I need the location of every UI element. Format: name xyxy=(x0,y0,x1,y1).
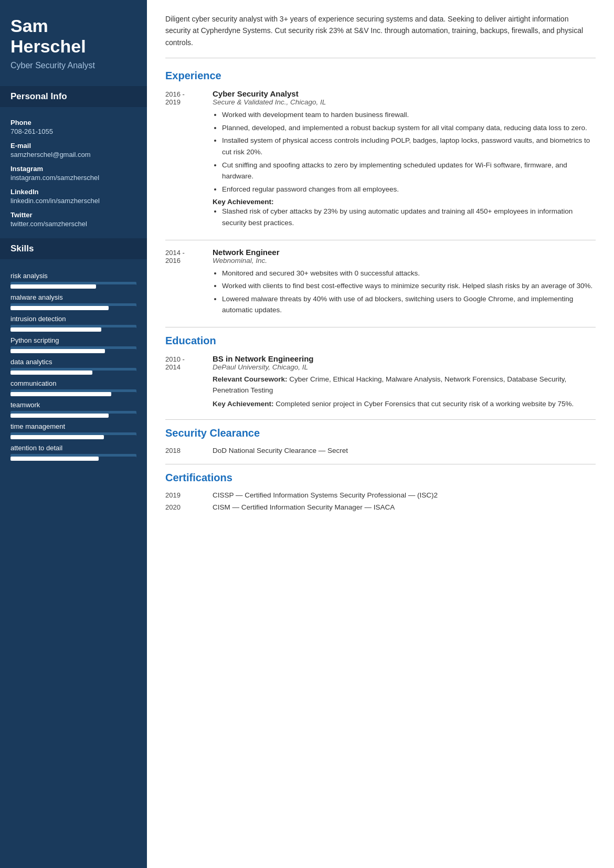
exp-details-1: Cyber Security Analyst Secure & Validate… xyxy=(207,89,596,230)
skill-item: data analytics xyxy=(10,358,136,372)
edu-details-1: BS in Network Engineering DePaul Univers… xyxy=(207,354,596,410)
key-achievement-bullets-1: Slashed risk of cyber attacks by 23% by … xyxy=(213,206,596,228)
skill-item: teamwork xyxy=(10,401,136,415)
skill-bar-bg xyxy=(10,346,136,351)
exp-divider xyxy=(165,240,596,240)
twitter-label: Twitter xyxy=(10,211,136,219)
instagram-label: Instagram xyxy=(10,165,136,173)
skill-bar-fill xyxy=(10,284,96,289)
skill-name: malware analysis xyxy=(10,293,136,301)
cert-item-1: 2019 CISSP — Certified Information Syste… xyxy=(165,491,596,499)
exp-bullet: Worked with development team to harden b… xyxy=(222,109,596,121)
skill-bar-bg xyxy=(10,368,136,372)
experience-item-2: 2014 -2016 Network Engineer Webnominal, … xyxy=(165,248,596,317)
linkedin-label: LinkedIn xyxy=(10,188,136,196)
skill-bar-remainder xyxy=(109,306,136,310)
instagram-value: instagram.com/samzherschel xyxy=(10,174,136,182)
cert-divider xyxy=(165,464,596,464)
exp-bullet: Monitored and secured 30+ websites with … xyxy=(222,268,596,279)
cert-year-1: 2019 xyxy=(165,491,207,499)
skill-name: risk analysis xyxy=(10,272,136,280)
phone-value: 708-261-1055 xyxy=(10,128,136,135)
skills-content: risk analysismalware analysisintrusion d… xyxy=(0,259,147,463)
skill-item: Python scripting xyxy=(10,336,136,351)
edu-school-1: DePaul University, Chicago, IL xyxy=(213,363,596,371)
exp-job-title-2: Network Engineer xyxy=(213,248,596,257)
clearance-divider xyxy=(165,419,596,420)
personal-info-header: Personal Info xyxy=(0,86,147,107)
skill-bar-bg xyxy=(10,389,136,394)
skill-bar-bg xyxy=(10,432,136,437)
skill-name: data analytics xyxy=(10,358,136,366)
skill-name: time management xyxy=(10,422,136,430)
summary: Diligent cyber security analyst with 3+ … xyxy=(165,13,596,58)
key-achievement-item: Slashed risk of cyber attacks by 23% by … xyxy=(222,206,596,228)
edu-coursework: Relevant Coursework: Cyber Crime, Ethica… xyxy=(213,374,596,396)
exp-bullet: Cut sniffing and spoofing attacks to zer… xyxy=(222,160,596,182)
key-achievement-label-1: Key Achievement: xyxy=(213,198,596,206)
exp-bullets-1: Worked with development team to harden b… xyxy=(213,109,596,195)
cert-item-2: 2020 CISM — Certified Information Securi… xyxy=(165,503,596,511)
exp-bullet: Installed system of physical access cont… xyxy=(222,135,596,157)
skill-bar-fill xyxy=(10,349,105,353)
skill-item: malware analysis xyxy=(10,293,136,308)
skill-bar-bg xyxy=(10,454,136,458)
email-label: E-mail xyxy=(10,142,136,150)
skill-name: communication xyxy=(10,379,136,387)
exp-dates-1: 2016 -2019 xyxy=(165,89,207,230)
skill-bar-remainder xyxy=(111,392,136,396)
skill-name: attention to detail xyxy=(10,444,136,452)
cert-year-2: 2020 xyxy=(165,503,207,511)
skill-bar-remainder xyxy=(104,435,136,439)
skill-item: communication xyxy=(10,379,136,394)
exp-details-2: Network Engineer Webnominal, Inc. Monito… xyxy=(207,248,596,317)
candidate-name: Sam Herschel xyxy=(10,16,136,57)
skills-header: Skills xyxy=(0,238,147,259)
skill-name: intrusion detection xyxy=(10,315,136,323)
skill-bar-fill xyxy=(10,435,104,439)
edu-achievement: Key Achievement: Completed senior projec… xyxy=(213,398,596,410)
exp-dates-2: 2014 -2016 xyxy=(165,248,207,317)
experience-section-title: Experience xyxy=(165,70,596,82)
exp-company-1: Secure & Validated Inc., Chicago, IL xyxy=(213,98,596,106)
clearance-item-1: 2018 DoD National Security Clearance — S… xyxy=(165,447,596,454)
skill-name: Python scripting xyxy=(10,336,136,344)
skill-item: risk analysis xyxy=(10,272,136,286)
clearance-year-1: 2018 xyxy=(165,447,207,454)
linkedin-value: linkedin.com/in/samzherschel xyxy=(10,197,136,205)
experience-item-1: 2016 -2019 Cyber Security Analyst Secure… xyxy=(165,89,596,230)
skill-bar-fill xyxy=(10,327,101,332)
candidate-title: Cyber Security Analyst xyxy=(10,61,136,70)
twitter-value: twitter.com/samzherschel xyxy=(10,220,136,228)
skill-item: intrusion detection xyxy=(10,315,136,329)
skill-bar-fill xyxy=(10,457,99,461)
clearance-value-1: DoD National Security Clearance — Secret xyxy=(207,447,348,454)
sidebar: Sam Herschel Cyber Security Analyst Pers… xyxy=(0,0,147,868)
skill-bar-remainder xyxy=(92,371,136,375)
skill-bar-bg xyxy=(10,282,136,286)
skill-item: time management xyxy=(10,422,136,437)
security-clearance-title: Security Clearance xyxy=(165,427,596,439)
personal-info-content: Phone 708-261-1055 E-mail samzherschel@g… xyxy=(0,107,147,233)
skill-bar-fill xyxy=(10,414,109,418)
skill-bar-remainder xyxy=(109,414,136,418)
exp-bullets-2: Monitored and secured 30+ websites with … xyxy=(213,268,596,316)
email-value: samzherschel@gmail.com xyxy=(10,151,136,158)
phone-label: Phone xyxy=(10,119,136,126)
exp-bullet: Planned, developed, and implemented a ro… xyxy=(222,122,596,134)
skill-bar-bg xyxy=(10,411,136,415)
skill-name: teamwork xyxy=(10,401,136,409)
skill-bar-fill xyxy=(10,371,92,375)
cert-value-1: CISSP — Certified Information Systems Se… xyxy=(207,491,438,499)
edu-dates-1: 2010 -2014 xyxy=(165,354,207,410)
cert-value-2: CISM — Certified Information Security Ma… xyxy=(207,503,395,511)
education-item-1: 2010 -2014 BS in Network Engineering DeP… xyxy=(165,354,596,410)
skill-bar-remainder xyxy=(105,349,136,353)
skill-item: attention to detail xyxy=(10,444,136,458)
exp-bullet: Worked with clients to find best cost-ef… xyxy=(222,280,596,292)
skill-bar-fill xyxy=(10,392,111,396)
skill-bar-remainder xyxy=(99,457,136,461)
skill-bar-remainder xyxy=(101,327,136,332)
skill-bar-bg xyxy=(10,325,136,329)
skill-bar-remainder xyxy=(96,284,136,289)
